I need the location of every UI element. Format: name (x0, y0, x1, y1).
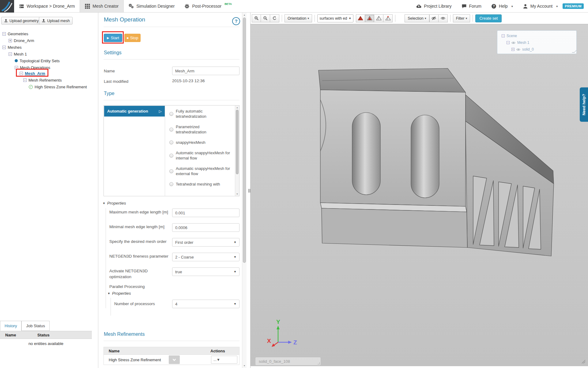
toolbar-separator (473, 15, 473, 22)
num-processors-select[interactable]: 4 ▼ (172, 300, 239, 308)
app-logo[interactable] (0, 0, 14, 13)
collapse-toggle-icon[interactable]: − (507, 41, 510, 44)
upload-geometry-button[interactable]: Upload geometry (1, 17, 41, 25)
tree-item-geometries[interactable]: − Geometries (2, 31, 28, 36)
project-library-button[interactable]: Project Library (411, 4, 456, 9)
panel-collapse-handle[interactable] (248, 188, 251, 194)
tree-item-topological-entity-sets[interactable]: Topological Entity Sets (15, 58, 60, 63)
tree-item-high-stress-zone-refinement[interactable]: ✓ High Stress Zone Refinement (29, 84, 87, 90)
scrollbar-thumb[interactable] (236, 110, 239, 174)
option-snappyhexmesh[interactable]: snappyHexMesh (169, 140, 231, 145)
forum-button[interactable]: Forum (457, 4, 486, 9)
scene-tree-item-solid-0[interactable]: + solid_0 (511, 47, 534, 52)
max-edge-length-input[interactable] (172, 209, 239, 217)
tree-item-mesh-1[interactable]: − Mesh 1 (9, 51, 27, 57)
tab-job-status[interactable]: Job Status (21, 321, 49, 331)
option-snappyhexmesh-internal-flow[interactable]: Automatic snappyHexMesh for internal flo… (169, 150, 231, 161)
radio-icon[interactable] (169, 182, 173, 186)
option-parametrized-tetrahedralization[interactable]: Parametrized tetrahedralization (169, 124, 231, 135)
scene-tree-item-mesh-1[interactable]: − Mesh 1 (507, 40, 529, 45)
fineness-select[interactable]: 2 - Coarse ▼ (172, 253, 239, 261)
optimization-select[interactable]: true ▼ (172, 267, 239, 276)
start-button[interactable]: ▶ Start (104, 34, 122, 42)
option-snappyhexmesh-external-flow[interactable]: Automatic snappyHexMesh for external flo… (169, 166, 231, 176)
toolbar-separator (315, 15, 315, 22)
viewport-expand-handle[interactable] (581, 359, 586, 364)
option-tetrahedral-meshing-with[interactable]: Tetrahedral meshing with (169, 182, 231, 187)
tab-mesh-creator[interactable]: Mesh Creator (80, 0, 124, 12)
hide-selected-button[interactable] (429, 14, 439, 22)
refinement-actions-select[interactable]: ... ▼ (211, 356, 237, 364)
mesh-order-select[interactable]: First order ▼ (172, 238, 239, 247)
radio-icon[interactable] (169, 112, 173, 116)
workspace-breadcrumb[interactable]: Workspace > Drone_Arm (14, 0, 80, 12)
collapse-toggle-icon[interactable]: − (2, 46, 6, 49)
scroll-up-icon[interactable]: ▲ (235, 106, 239, 109)
show-all-button[interactable] (439, 14, 448, 22)
refinement-row-high-stress-zone[interactable]: High Stress Zone Refinement ... ▼ (104, 355, 239, 365)
3d-viewport[interactable]: − Scene − Mesh 1 + solid_0 Y Z (251, 24, 588, 366)
create-set-button[interactable]: Create set (475, 14, 502, 22)
radio-icon[interactable] (169, 140, 173, 144)
need-help-tab[interactable]: Need help? (580, 87, 588, 122)
parallel-properties-heading-label: Properties (112, 291, 131, 296)
display-mode-select[interactable]: surfaces with ed ▼ (317, 14, 353, 22)
scene-tree-item-scene[interactable]: − Scene (502, 34, 517, 38)
radio-icon[interactable] (169, 128, 173, 132)
collapse-toggle-icon[interactable]: − (23, 79, 27, 82)
min-edge-length-input[interactable] (172, 223, 239, 232)
scrollbar-thumb[interactable] (243, 17, 246, 263)
scroll-down-icon[interactable]: ▼ (235, 193, 239, 195)
tree-item-drone-arm[interactable]: + Drone_Arm (9, 38, 34, 43)
render-wireframe-button[interactable] (374, 14, 383, 22)
option-label: Automatic snappyHexMesh for internal flo… (176, 150, 231, 161)
zoom-out-button[interactable] (261, 14, 270, 22)
render-points-button[interactable] (383, 14, 393, 22)
filter-button[interactable]: Filter ▾ (453, 14, 470, 22)
tetrahedron-vertex-icon (385, 16, 391, 21)
collapse-toggle-icon[interactable]: − (20, 72, 23, 75)
eye-icon[interactable] (511, 41, 515, 45)
collapse-toggle-icon[interactable]: − (15, 66, 18, 69)
collapse-toggle-icon[interactable]: − (502, 34, 505, 37)
orientation-button[interactable]: Orientation ▾ (285, 14, 312, 22)
upload-mesh-button[interactable]: Upload mesh (39, 17, 73, 25)
type-category-automatic-generation[interactable]: Automatic generation ▷ (104, 106, 165, 117)
zoom-in-button[interactable] (252, 14, 261, 22)
stop-button[interactable]: ■ Stop (124, 34, 141, 42)
scroll-up-icon[interactable]: ▲ (242, 14, 247, 16)
option-fully-automatic-tetrahedralization[interactable]: Fully automatic tetrahedralization (169, 109, 231, 119)
name-input[interactable] (172, 67, 239, 75)
orientation-label: Orientation (288, 16, 306, 21)
expand-refinement-button[interactable] (169, 355, 180, 364)
drone-arm-3d-model[interactable] (251, 24, 588, 366)
tree-item-mesh-operations[interactable]: − Mesh Operations (15, 65, 50, 70)
panel-scrollbar[interactable]: ▲ ▼ (242, 13, 247, 368)
expand-toggle-icon[interactable]: + (511, 48, 514, 51)
tab-history[interactable]: History (0, 321, 21, 331)
select-value: 2 - Coarse (175, 255, 234, 259)
eye-icon[interactable] (516, 48, 520, 52)
tree-item-meshes[interactable]: − Meshes (2, 44, 22, 50)
parallel-properties-collapse-header[interactable]: ▼ Properties (107, 291, 131, 296)
tree-item-mesh-arm[interactable]: − Mesh_Arm (20, 71, 45, 76)
help-icon[interactable]: ? (232, 17, 240, 25)
render-solid-button[interactable] (356, 14, 365, 22)
resize-handle[interactable] (572, 50, 577, 53)
radio-icon[interactable] (169, 169, 173, 173)
collapse-toggle-icon[interactable]: − (2, 32, 6, 36)
tab-simulation-designer[interactable]: Simulation Designer (124, 0, 179, 12)
selection-button[interactable]: Selection ▾ (405, 14, 429, 22)
expand-toggle-icon[interactable]: + (9, 39, 12, 42)
radio-icon[interactable] (169, 154, 173, 158)
render-surfaces-edges-button[interactable] (365, 14, 374, 22)
type-options-scrollbar[interactable]: ▲ ▼ (235, 105, 239, 196)
my-account-menu[interactable]: My Account ▾ (518, 4, 563, 9)
properties-collapse-header[interactable]: ▼ Properties (103, 201, 126, 205)
reset-view-button[interactable] (270, 14, 279, 22)
help-menu[interactable]: Help ▾ (486, 4, 518, 9)
tab-post-processor[interactable]: Post-Processor BETA (179, 0, 237, 12)
collapse-toggle-icon[interactable]: − (9, 52, 12, 56)
tree-item-mesh-refinements[interactable]: − Mesh Refinements (23, 77, 62, 83)
scroll-down-icon[interactable]: ▼ (242, 365, 247, 367)
